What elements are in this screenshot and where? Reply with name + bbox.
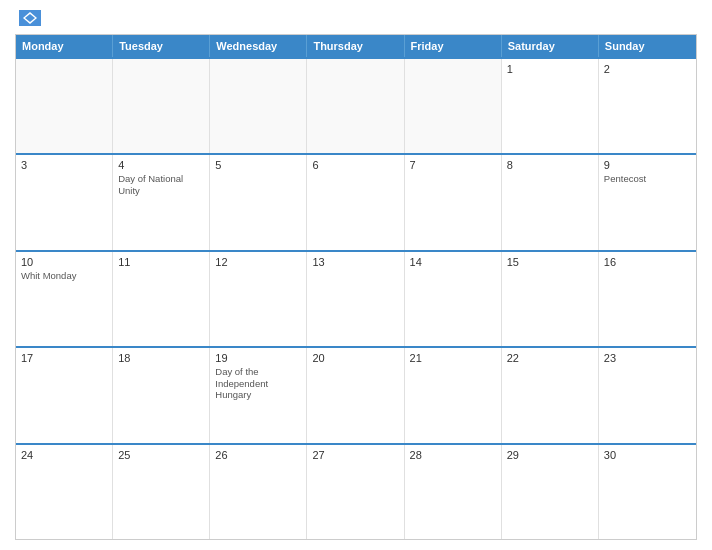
calendar-cell: 8 (502, 155, 599, 249)
day-number: 29 (507, 449, 593, 461)
calendar-cell: 23 (599, 348, 696, 442)
holiday-label: Day of National Unity (118, 173, 204, 196)
day-number: 7 (410, 159, 496, 171)
calendar-week-3: 10Whit Monday111213141516 (16, 250, 696, 346)
day-number: 12 (215, 256, 301, 268)
calendar-cell: 22 (502, 348, 599, 442)
calendar-header-row: MondayTuesdayWednesdayThursdayFridaySatu… (16, 35, 696, 57)
day-number: 30 (604, 449, 691, 461)
calendar-cell: 9Pentecost (599, 155, 696, 249)
calendar-cell (405, 59, 502, 153)
day-number: 10 (21, 256, 107, 268)
day-number: 20 (312, 352, 398, 364)
day-number: 3 (21, 159, 107, 171)
calendar-cell (113, 59, 210, 153)
day-number: 8 (507, 159, 593, 171)
day-number: 19 (215, 352, 301, 364)
calendar-cell: 28 (405, 445, 502, 539)
calendar-cell: 25 (113, 445, 210, 539)
day-number: 5 (215, 159, 301, 171)
day-number: 11 (118, 256, 204, 268)
day-number: 17 (21, 352, 107, 364)
logo (15, 10, 43, 26)
day-number: 18 (118, 352, 204, 364)
day-number: 25 (118, 449, 204, 461)
day-number: 2 (604, 63, 691, 75)
calendar-cell: 29 (502, 445, 599, 539)
calendar-cell: 2 (599, 59, 696, 153)
day-number: 23 (604, 352, 691, 364)
calendar-cell: 11 (113, 252, 210, 346)
calendar-cell (16, 59, 113, 153)
day-number: 22 (507, 352, 593, 364)
col-header-sunday: Sunday (599, 35, 696, 57)
holiday-label: Whit Monday (21, 270, 107, 281)
calendar-cell: 21 (405, 348, 502, 442)
page-header (15, 10, 697, 26)
calendar-cell: 12 (210, 252, 307, 346)
day-number: 6 (312, 159, 398, 171)
day-number: 21 (410, 352, 496, 364)
day-number: 9 (604, 159, 691, 171)
day-number: 13 (312, 256, 398, 268)
col-header-saturday: Saturday (502, 35, 599, 57)
col-header-wednesday: Wednesday (210, 35, 307, 57)
col-header-friday: Friday (405, 35, 502, 57)
calendar-cell: 27 (307, 445, 404, 539)
day-number: 24 (21, 449, 107, 461)
calendar-week-1: 12 (16, 57, 696, 153)
day-number: 1 (507, 63, 593, 75)
calendar-cell (210, 59, 307, 153)
logo-flag-icon (19, 10, 41, 26)
calendar-cell: 4Day of National Unity (113, 155, 210, 249)
col-header-thursday: Thursday (307, 35, 404, 57)
calendar-week-5: 24252627282930 (16, 443, 696, 539)
holiday-label: Pentecost (604, 173, 691, 184)
calendar-cell: 15 (502, 252, 599, 346)
calendar-week-4: 171819Day of the Independent Hungary2021… (16, 346, 696, 442)
calendar-cell: 14 (405, 252, 502, 346)
calendar-cell: 17 (16, 348, 113, 442)
calendar-cell: 10Whit Monday (16, 252, 113, 346)
day-number: 14 (410, 256, 496, 268)
col-header-monday: Monday (16, 35, 113, 57)
day-number: 16 (604, 256, 691, 268)
calendar-body: 1234Day of National Unity56789Pentecost1… (16, 57, 696, 539)
calendar-week-2: 34Day of National Unity56789Pentecost (16, 153, 696, 249)
calendar-cell: 7 (405, 155, 502, 249)
calendar-page: MondayTuesdayWednesdayThursdayFridaySatu… (0, 0, 712, 550)
day-number: 4 (118, 159, 204, 171)
calendar-cell: 13 (307, 252, 404, 346)
calendar-cell: 26 (210, 445, 307, 539)
calendar-cell: 5 (210, 155, 307, 249)
day-number: 27 (312, 449, 398, 461)
calendar-cell: 3 (16, 155, 113, 249)
day-number: 15 (507, 256, 593, 268)
calendar-cell: 1 (502, 59, 599, 153)
day-number: 28 (410, 449, 496, 461)
calendar-grid: MondayTuesdayWednesdayThursdayFridaySatu… (15, 34, 697, 540)
calendar-cell: 20 (307, 348, 404, 442)
calendar-cell: 16 (599, 252, 696, 346)
calendar-cell: 19Day of the Independent Hungary (210, 348, 307, 442)
calendar-cell: 6 (307, 155, 404, 249)
calendar-cell: 18 (113, 348, 210, 442)
calendar-cell: 30 (599, 445, 696, 539)
holiday-label: Day of the Independent Hungary (215, 366, 301, 400)
calendar-cell (307, 59, 404, 153)
col-header-tuesday: Tuesday (113, 35, 210, 57)
calendar-cell: 24 (16, 445, 113, 539)
day-number: 26 (215, 449, 301, 461)
